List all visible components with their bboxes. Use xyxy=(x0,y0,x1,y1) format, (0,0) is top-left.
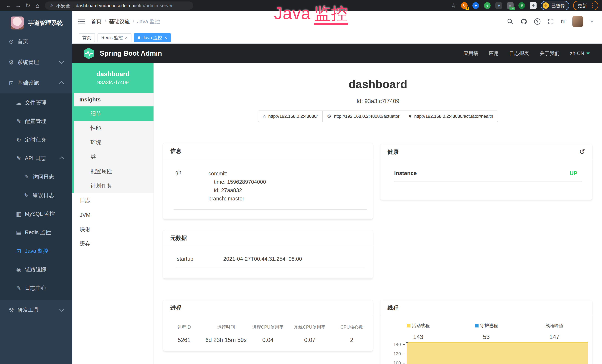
pin-extension-icon[interactable] xyxy=(473,2,479,9)
sba-item-mappings[interactable]: 映射 xyxy=(72,222,153,237)
address-bar[interactable]: ⚠ 不安全 dashboard.yudao.iocoder.cn/infra/a… xyxy=(45,1,193,10)
browser-profile-button[interactable]: ☺ 已暂停 xyxy=(541,1,569,11)
extensions-puzzle-icon[interactable]: ✚ xyxy=(530,2,537,9)
y-tick-mark xyxy=(403,363,405,364)
cpu-cores: 2 xyxy=(331,337,373,343)
user-avatar[interactable] xyxy=(572,16,583,27)
back-icon[interactable]: ← xyxy=(4,2,13,9)
edit-icon: ✎ xyxy=(22,192,31,199)
app-title: 芋道管理系统 xyxy=(28,19,63,27)
sba-language-select[interactable]: zh-CN xyxy=(570,51,590,56)
browser-menu-icon[interactable]: ⋮ xyxy=(590,3,595,8)
green-extension-icon[interactable]: y xyxy=(484,2,491,9)
sidebar-item-log-center[interactable]: ✎ 日志中心 xyxy=(0,279,72,298)
sba-item-environment[interactable]: 环境 xyxy=(74,135,153,150)
sidebar-item-access-logs[interactable]: ✎ 访问日志 xyxy=(0,168,72,186)
column-header: CPU核心数 xyxy=(331,324,373,330)
help-icon[interactable]: ? xyxy=(534,18,540,25)
grid-extension-icon[interactable] xyxy=(495,2,502,9)
sidebar-item-dev-tools[interactable]: ⚒ 研发工具 xyxy=(0,300,72,321)
extension-badge: 1 xyxy=(465,7,469,10)
font-size-icon[interactable]: tT xyxy=(561,18,565,25)
tag-home[interactable]: 首页 xyxy=(79,33,95,42)
sba-nav-wallboard[interactable]: 应用墙 xyxy=(463,50,478,57)
tag-redis-monitor[interactable]: Redis 监控 × xyxy=(97,33,131,42)
sidebar-item-system-management[interactable]: ⚙ 系统管理 xyxy=(0,52,72,73)
header-actions: ? tT xyxy=(507,16,593,27)
sba-item-logs[interactable]: 日志 xyxy=(72,193,153,208)
sidebar-item-api-logs[interactable]: ✎ API 日志 xyxy=(0,149,72,168)
process-card: 进程 进程ID 运行时间 进程CPU使用率 系统CPU使用率 CPU核心数 52… xyxy=(163,300,373,351)
app-logo-row[interactable]: 芋道管理系统 xyxy=(0,14,72,32)
sba-nav-about[interactable]: 关于我们 xyxy=(539,50,559,57)
metadata-card: 元数据 startup 2021-04-27T00:44:31.254+08:0… xyxy=(163,230,373,278)
browser-update-button[interactable]: 更新 ⋮ xyxy=(573,1,598,11)
bookmark-star-icon[interactable]: ☆ xyxy=(451,2,456,9)
health-row[interactable]: Instance UP xyxy=(380,160,592,176)
sidebar-item-infrastructure[interactable]: ⊡ 基础设施 xyxy=(0,73,72,94)
sidebar-item-java-monitor[interactable]: ⊡ Java 监控 xyxy=(0,242,72,260)
sidebar-item-error-logs[interactable]: ✎ 错误日志 xyxy=(0,186,72,205)
process-pid: 5261 xyxy=(163,337,205,343)
search-icon[interactable] xyxy=(507,18,513,25)
heart-icon: ♥ xyxy=(409,114,412,119)
instance-home-url-button[interactable]: ⌂ http://192.168.0.2:48080/ xyxy=(258,110,322,122)
sidebar-item-redis-monitor[interactable]: ▤ Redis 监控 xyxy=(0,223,72,242)
sba-item-jvm[interactable]: JVM xyxy=(72,208,153,222)
breadcrumb-infrastructure[interactable]: 基础设施 xyxy=(109,18,130,25)
sba-instance-header[interactable]: dashboard 93a3fc7f7409 xyxy=(72,63,153,93)
edit-icon: ✎ xyxy=(14,118,23,125)
close-icon[interactable]: × xyxy=(125,35,128,40)
stat-value: 53 xyxy=(483,333,490,341)
sidebar-item-label: 文件管理 xyxy=(25,99,46,107)
legend-swatch-yellow xyxy=(407,324,410,327)
tag-java-monitor[interactable]: Java 监控 × xyxy=(134,33,171,42)
sba-item-config-props[interactable]: 配置属性 xyxy=(74,164,153,179)
annotation-text: Java监控 xyxy=(274,2,348,25)
sba-item-metrics[interactable]: 性能 xyxy=(74,121,153,135)
reload-icon[interactable]: ↻ xyxy=(23,2,33,9)
sba-item-classes[interactable]: 类 xyxy=(74,150,153,164)
app-logo-image xyxy=(11,17,24,30)
sba-brand-title: Spring Boot Admin xyxy=(100,50,162,57)
sidebar-item-trace[interactable]: ◉ 链路追踪 xyxy=(0,260,72,279)
home-nav-icon[interactable]: ⌂ xyxy=(33,2,42,9)
switch-extension-icon[interactable]: ≡on xyxy=(507,2,514,9)
sba-item-details[interactable]: 细节 xyxy=(74,107,153,121)
sba-header: Spring Boot Admin 应用墙 应用 日志报表 关于我们 zh-CN xyxy=(72,44,602,63)
sba-item-scheduled[interactable]: 计划任务 xyxy=(74,179,153,193)
sba-language-label: zh-CN xyxy=(570,51,584,56)
legend-swatch-blue xyxy=(475,324,479,327)
chevron-down-icon xyxy=(59,59,64,64)
sprout-extension-icon[interactable] xyxy=(518,2,525,9)
instance-actuator-url-button[interactable]: ⚙ http://192.168.0.2:48080/actuator xyxy=(322,110,404,122)
process-cpu: 0.04 xyxy=(247,337,289,343)
security-label: 不安全 xyxy=(56,3,70,9)
active-dot-icon xyxy=(138,36,140,39)
sidebar-item-config-management[interactable]: ✎ 配置管理 xyxy=(0,112,72,130)
user-menu-caret-icon[interactable] xyxy=(590,21,593,23)
sidebar-item-scheduled-tasks[interactable]: ↻ 定时任务 xyxy=(0,130,72,149)
card-title: 健康 xyxy=(387,148,399,156)
refresh-extension-icon[interactable]: ↻1 xyxy=(461,2,468,9)
row-divider xyxy=(176,268,365,268)
process-table: 进程ID 运行时间 进程CPU使用率 系统CPU使用率 CPU核心数 5261 … xyxy=(163,316,373,343)
card-title: 元数据 xyxy=(170,234,187,242)
fullscreen-icon[interactable] xyxy=(548,18,554,25)
history-icon[interactable]: ↺ xyxy=(579,148,585,155)
sba-nav-journal[interactable]: 日志报表 xyxy=(509,50,529,57)
sidebar-item-home[interactable]: ⊙ 首页 xyxy=(0,31,72,52)
instance-url-group: ⌂ http://192.168.0.2:48080/ ⚙ http://192… xyxy=(154,110,602,122)
sidebar-item-mysql-monitor[interactable]: ▦ MySQL 监控 xyxy=(0,205,72,223)
sidebar-toggle-icon[interactable] xyxy=(78,19,85,24)
chevron-down-icon xyxy=(586,53,590,54)
sba-item-caches[interactable]: 缓存 xyxy=(72,237,153,251)
forward-icon[interactable]: → xyxy=(13,2,23,9)
info-key: git xyxy=(163,170,208,203)
breadcrumb-home[interactable]: 首页 xyxy=(91,18,102,25)
github-icon[interactable] xyxy=(520,18,527,25)
sba-nav-applications[interactable]: 应用 xyxy=(489,50,499,57)
instance-health-url-button[interactable]: ♥ http://192.168.0.2:48080/actuator/heal… xyxy=(404,110,498,122)
sidebar-item-file-management[interactable]: ☁ 文件管理 xyxy=(0,94,72,112)
close-icon[interactable]: × xyxy=(164,35,167,40)
